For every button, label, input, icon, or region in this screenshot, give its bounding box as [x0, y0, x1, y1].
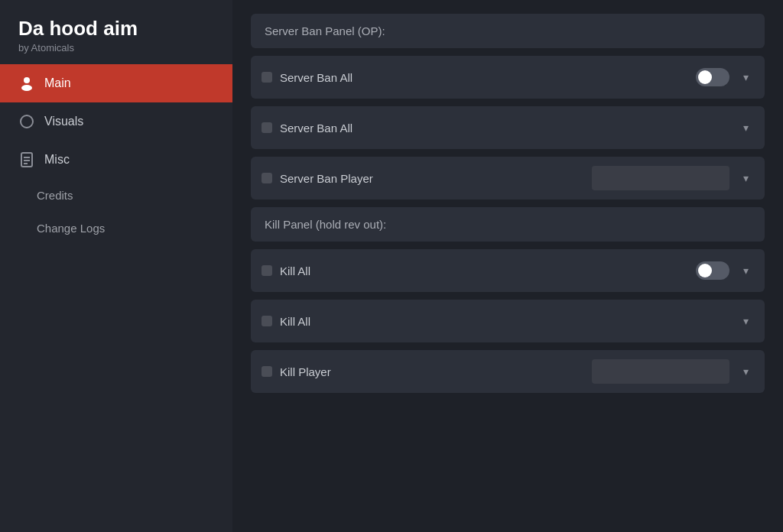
kill-all-toggle[interactable] [696, 261, 729, 280]
person-icon [18, 75, 35, 92]
sidebar-item-main[interactable]: Main [0, 64, 232, 102]
server-ban-player-label: Server Ban Player [280, 172, 584, 185]
server-ban-all-chevron-2[interactable]: ▾ [737, 119, 754, 136]
svg-point-0 [24, 77, 30, 83]
kill-player-label: Kill Player [280, 365, 584, 378]
server-ban-panel-header: Server Ban Panel (OP): [251, 14, 765, 48]
credits-label: Credits [37, 189, 73, 202]
doc-icon [18, 151, 35, 168]
server-ban-all-label-2: Server Ban All [280, 122, 729, 135]
sidebar-item-changelogs[interactable]: Change Logs [0, 212, 232, 245]
svg-point-1 [21, 85, 32, 91]
changelogs-label: Change Logs [37, 222, 105, 235]
row-icon [262, 173, 272, 183]
main-label: Main [44, 76, 71, 90]
kill-player-chevron[interactable]: ▾ [737, 363, 754, 380]
server-ban-player-row: Server Ban Player ▾ [251, 157, 765, 200]
kill-all-toggle-row: Kill All ▾ [251, 249, 765, 292]
app-title: Da hood aim by Atomicals [0, 0, 232, 64]
server-ban-player-chevron[interactable]: ▾ [737, 170, 754, 187]
kill-all-label-2: Kill All [280, 315, 729, 328]
circle-icon [18, 113, 35, 130]
server-ban-all-toggle-row: Server Ban All ▾ [251, 56, 765, 99]
kill-player-input[interactable] [592, 359, 729, 384]
sidebar-item-visuals[interactable]: Visuals [0, 102, 232, 141]
row-icon [262, 366, 272, 377]
sidebar: Da hood aim by Atomicals Main Visuals [0, 0, 232, 532]
kill-all-label-1: Kill All [280, 264, 688, 277]
app-name: Da hood aim [18, 17, 214, 41]
row-icon [262, 316, 272, 326]
server-ban-all-label-1: Server Ban All [280, 71, 688, 84]
row-icon [262, 122, 272, 133]
kill-all-row-2: Kill All ▾ [251, 300, 765, 342]
row-icon [262, 265, 272, 276]
kill-all-chevron-2[interactable]: ▾ [737, 313, 754, 329]
kill-all-chevron-1[interactable]: ▾ [737, 262, 754, 279]
server-ban-player-input[interactable] [592, 166, 729, 190]
app-subtitle: by Atomicals [18, 42, 214, 54]
row-icon [262, 72, 272, 83]
visuals-label: Visuals [44, 115, 83, 128]
server-ban-all-row-2: Server Ban All ▾ [251, 106, 765, 149]
server-ban-all-toggle[interactable] [696, 68, 729, 86]
sidebar-item-credits[interactable]: Credits [0, 179, 232, 212]
kill-panel-header: Kill Panel (hold rev out): [251, 207, 765, 242]
server-ban-all-chevron-1[interactable]: ▾ [737, 69, 754, 86]
kill-player-row: Kill Player ▾ [251, 350, 765, 393]
misc-label: Misc [44, 153, 70, 167]
main-content: Server Ban Panel (OP): Server Ban All ▾ … [232, 0, 783, 532]
sidebar-item-misc[interactable]: Misc [0, 141, 232, 179]
